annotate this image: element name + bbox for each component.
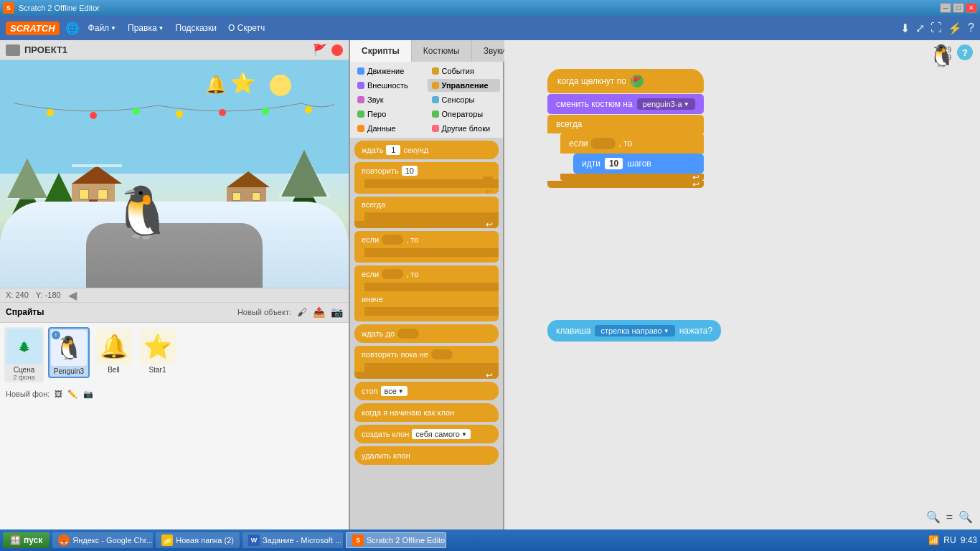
cat-more-blocks-label: Другие блоки — [442, 124, 491, 133]
key-dropdown[interactable]: стрелка направо ▼ — [595, 325, 674, 336]
costume-dropdown[interactable]: penguin3-a ▼ — [637, 98, 695, 110]
cat-sensing[interactable]: Сенсоры — [428, 93, 501, 106]
hints-menu[interactable]: Подсказки — [173, 22, 220, 34]
forever-block-header[interactable]: всегда — [547, 115, 704, 133]
block-create-clone[interactable]: создать клон себя самого ▼ — [354, 425, 499, 443]
block-delete-clone[interactable]: удалить клон — [354, 446, 499, 465]
zoom-reset-button[interactable]: = — [946, 511, 953, 524]
taskbar-item-browser[interactable]: 🦊 Яндекс - Google Chr... — [52, 532, 153, 548]
help-icon[interactable]: ? — [968, 22, 974, 34]
block-forever[interactable]: всегда ↩ — [354, 197, 499, 228]
cat-events[interactable]: События — [428, 65, 501, 77]
about-menu[interactable]: О Скретч — [225, 22, 268, 34]
block-create-clone-dropdown[interactable]: себя самого ▼ — [412, 429, 471, 439]
coord-y: Y: -180 — [36, 291, 61, 299]
sprite-item-penguin[interactable]: i 🐧 Penguin3 — [48, 327, 90, 378]
cat-events-label: События — [442, 67, 474, 75]
block-wait-value[interactable]: 1 — [386, 145, 400, 155]
cat-control[interactable]: Управление — [428, 79, 501, 92]
block-stop-dropdown[interactable]: все ▼ — [381, 386, 407, 396]
folder-icon: 📁 — [161, 534, 173, 546]
bg-camera-button[interactable]: 📷 — [83, 390, 93, 398]
cat-dot-control — [432, 82, 439, 89]
cat-pen[interactable]: Перо — [353, 108, 426, 121]
sprite-item-scene[interactable]: 🌲 Сцена 2 фона — [4, 327, 44, 382]
stop-button[interactable] — [331, 44, 343, 56]
block-repeat-value[interactable]: 10 — [402, 166, 418, 176]
key-block[interactable]: клавиша стрелка направо ▼ нажата? — [547, 320, 721, 342]
block-stop[interactable]: стоп все ▼ — [354, 382, 499, 400]
hat-block[interactable]: когда щелкнут по 🚩 — [547, 69, 704, 93]
cat-sound[interactable]: Звук — [353, 93, 426, 106]
cat-operators[interactable]: Операторы — [428, 108, 501, 121]
cat-movement-label: Движение — [367, 67, 404, 75]
file-menu[interactable]: Файл▼ — [85, 22, 119, 34]
zoom-in-button[interactable]: 🔍 — [926, 510, 941, 524]
upload-tool-button[interactable]: 📤 — [313, 306, 325, 318]
taskbar-item-folder[interactable]: 📁 Новая папка (2) — [156, 532, 240, 548]
svg-point-2 — [133, 108, 140, 115]
zoom-out-button[interactable]: 🔍 — [958, 510, 973, 524]
save-icon[interactable]: ⬇ — [900, 22, 910, 35]
start-button[interactable]: 🪟 пуск — [3, 532, 50, 548]
lang-indicator[interactable]: RU — [943, 535, 956, 545]
taskbar-item-word[interactable]: W Задание - Microsoft ... — [242, 532, 343, 548]
cat-movement[interactable]: Движение — [353, 65, 426, 77]
block-if[interactable]: если , то — [354, 231, 499, 263]
star-name: Star1 — [149, 366, 166, 374]
cat-data[interactable]: Данные — [353, 122, 426, 135]
tab-scripts[interactable]: Скрипты — [350, 40, 412, 62]
taskbar-item-scratch[interactable]: S Scratch 2 Offline Editor — [346, 532, 446, 548]
language-selector[interactable]: 🌐 — [65, 22, 80, 35]
paint-tool-button[interactable]: 🖌 — [297, 306, 307, 318]
help-button[interactable]: ? — [957, 44, 973, 60]
app-icon: S — [3, 2, 14, 14]
close-button[interactable]: ✕ — [966, 3, 977, 13]
bg-upload-button[interactable]: ✏️ — [67, 390, 77, 398]
costume-block[interactable]: сменить костюм на penguin3-a ▼ — [547, 94, 704, 114]
scene-sublabel: 2 фона — [14, 374, 35, 381]
sprite-item-bell[interactable]: 🔔 Bell — [94, 327, 133, 375]
browser-label: Яндекс - Google Chr... — [72, 536, 153, 545]
cat-dot-pen — [357, 110, 364, 118]
block-wait-text1: ждать — [362, 146, 383, 154]
scripts-area[interactable]: ? х: 29 у: -9 🐧 когда щелкнут по 🚩 смени… — [504, 40, 980, 529]
move-steps-value[interactable]: 10 — [605, 158, 623, 169]
cat-more-blocks[interactable]: Другие блоки — [428, 122, 501, 135]
edit-menu[interactable]: Правка▼ — [125, 22, 166, 34]
key-pressed-block[interactable]: клавиша стрелка направо ▼ нажата? — [547, 320, 721, 342]
block-wait-until[interactable]: ждать до — [354, 324, 499, 343]
block-if-else[interactable]: если , то иначе — [354, 265, 499, 321]
cat-looks[interactable]: Внешность — [353, 79, 426, 92]
cat-dot-looks — [357, 82, 364, 89]
new-bg-label: Новый фон: — [6, 390, 50, 398]
move-block[interactable]: идти 10 шагов — [573, 154, 704, 174]
tab-costumes[interactable]: Костюмы — [412, 40, 472, 62]
network-icon[interactable]: 📶 — [928, 535, 939, 545]
sprite-item-star[interactable]: ⭐ Star1 — [138, 327, 177, 375]
system-tray: 📶 RU 9:43 — [928, 535, 977, 545]
expand-icon[interactable]: ⤢ — [915, 22, 925, 35]
block-repeat[interactable]: повторить 10 ↩ — [354, 162, 499, 194]
block-repeat-until[interactable]: повторять пока не ↩ — [354, 346, 499, 379]
if-text2: , то — [618, 138, 632, 149]
if-block-container: если , то идти 10 шагов — [560, 133, 704, 181]
block-else-text: иначе — [362, 295, 383, 303]
camera-tool-button[interactable]: 📷 — [331, 306, 343, 318]
cat-sound-label: Звук — [367, 95, 384, 104]
penguin-thumb: i 🐧 — [51, 330, 87, 366]
penguin-sprite[interactable]: 🐧 — [111, 187, 174, 237]
scene-thumb: 🌲 — [6, 329, 42, 364]
block-wait[interactable]: ждать 1 секунд — [354, 141, 499, 159]
green-flag-button[interactable]: 🚩 — [313, 43, 327, 57]
collapse-button[interactable]: ◀ — [68, 288, 77, 302]
block-when-clone[interactable]: когда я начинаю как клон — [354, 403, 499, 422]
main-script[interactable]: когда щелкнут по 🚩 сменить костюм на pen… — [547, 69, 704, 188]
turbo-icon[interactable]: ⚡ — [948, 22, 962, 35]
if-block-header[interactable]: если , то — [560, 133, 704, 154]
cat-pen-label: Перо — [367, 110, 386, 118]
maximize-button[interactable]: □ — [953, 3, 964, 13]
fullscreen-icon[interactable]: ⛶ — [930, 22, 942, 34]
minimize-button[interactable]: ─ — [940, 3, 951, 13]
bg-paint-button[interactable]: 🖼 — [55, 390, 62, 398]
